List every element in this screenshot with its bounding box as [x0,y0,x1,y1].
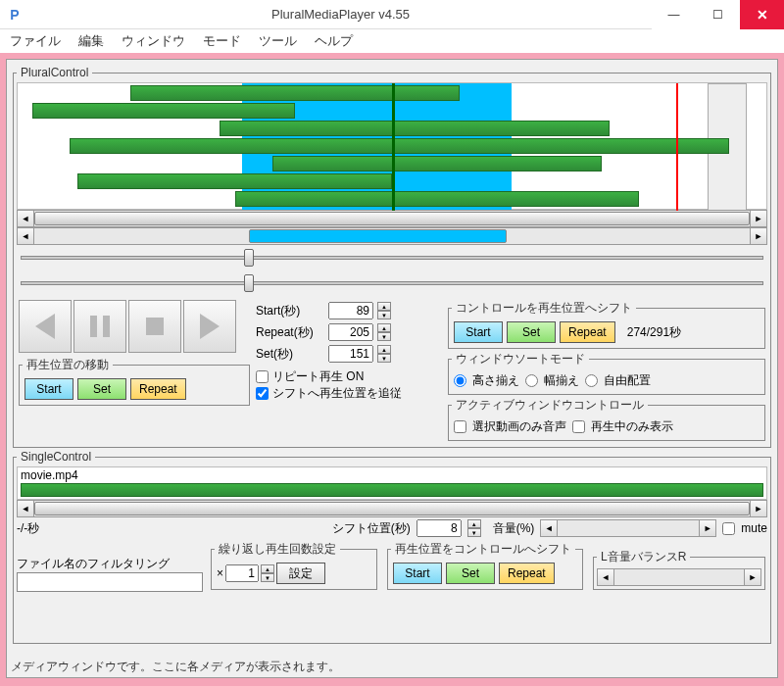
plural-slider-2[interactable] [17,270,767,296]
track-bar[interactable] [70,138,728,154]
repeat-label: Repeat(秒) [256,324,324,341]
sort-mode-group: ウィンドウソートモード 高さ揃え 幅揃え 自由配置 [448,351,765,395]
repeat-count-input[interactable] [225,564,259,582]
sort-free-radio[interactable] [585,374,598,387]
single-progress[interactable] [21,483,763,497]
svg-rect-1 [90,316,97,337]
mute-checkbox[interactable] [722,522,735,535]
repeat-on-label: リピート再生 ON [272,368,364,385]
close-button[interactable]: ✕ [740,0,784,29]
move-start-button[interactable]: Start [24,378,74,400]
single-control-group: SingleControl movie.mp4 ◄ ► -/-秒 シフト位置(秒… [13,450,771,644]
active-legend: アクティブウィンドウコントロール [452,397,648,414]
scroll-left-icon[interactable]: ◄ [17,500,34,517]
move-position-group: 再生位置の移動 Start Set Repeat [19,357,250,406]
repeat-spinner[interactable]: ▲▼ [377,323,391,341]
menu-tool[interactable]: ツール [259,32,297,50]
plural-timeline[interactable] [17,82,767,210]
volume-label: 音量(%) [493,520,535,537]
track-bar[interactable] [77,173,392,189]
shift-follow-label: シフトへ再生位置を追従 [272,385,402,402]
repeat-on-checkbox[interactable] [256,370,269,383]
maximize-button[interactable]: ☐ [696,0,740,29]
repeat-input[interactable] [328,323,373,341]
start-spinner[interactable]: ▲▼ [377,302,391,319]
end-marker [676,83,678,211]
scroll-right-icon[interactable]: ► [750,500,767,517]
active-audio-checkbox[interactable] [454,420,466,433]
balance-group: L音量バランスR ◄► [593,549,765,590]
single-start-button[interactable]: Start [393,563,442,584]
track-bar[interactable] [220,121,609,136]
plural-slider-1[interactable] [17,245,767,270]
move-repeat-button[interactable]: Repeat [130,378,186,400]
next-button[interactable] [183,300,236,353]
shift-pos-input[interactable] [416,519,462,537]
menu-file[interactable]: ファイル [10,32,61,50]
set-spinner[interactable]: ▲▼ [377,345,391,363]
scroll-left-icon[interactable]: ◄ [17,210,34,227]
menu-help[interactable]: ヘルプ [315,32,353,50]
sort-height-radio[interactable] [454,374,466,387]
track-bar[interactable] [272,156,602,172]
filter-input[interactable] [17,572,203,592]
app-icon: P [0,7,29,23]
balance-label: L音量バランスR [597,549,690,565]
svg-rect-3 [146,318,164,335]
set-input[interactable] [328,345,373,363]
window-title: PluralMediaPlayer v4.55 [29,7,652,22]
single-legend: SingleControl [17,450,95,464]
svg-marker-0 [35,314,55,339]
shift-follow-checkbox[interactable] [256,387,269,400]
start-label: Start(秒) [256,303,324,319]
shift-pos-label: シフト位置(秒) [332,520,411,537]
mute-label: mute [741,521,767,535]
shift-pos-spinner[interactable]: ▲▼ [467,519,481,537]
move-legend: 再生位置の移動 [23,357,113,373]
sort-width-radio[interactable] [525,374,538,387]
plural-control-group: PluralControl ◄ ► ◄ ► [13,66,771,448]
svg-marker-4 [200,314,220,339]
shift-set-button[interactable]: Set [507,321,556,343]
active-playing-checkbox[interactable] [572,420,585,433]
stop-button[interactable] [128,300,181,353]
single-repeat-button[interactable]: Repeat [499,563,555,584]
plural-hscroll-1[interactable]: ◄ ► [17,210,767,227]
balance-scroll[interactable]: ◄► [597,568,761,586]
menu-window[interactable]: ウィンドウ [122,32,185,50]
menu-mode[interactable]: モード [203,32,241,50]
single-set-button[interactable]: Set [446,563,495,584]
single-hscroll[interactable]: ◄ ► [17,500,767,517]
single-timeline[interactable]: movie.mp4 [17,466,767,500]
scroll-left-icon[interactable]: ◄ [17,227,34,245]
scroll-right-icon[interactable]: ► [750,227,767,245]
scroll-right-icon[interactable]: ► [750,210,767,227]
plural-hscroll-2[interactable]: ◄ ► [17,227,767,245]
track-bar[interactable] [235,191,640,207]
set-label: Set(秒) [256,346,324,363]
svg-rect-2 [103,316,110,337]
menubar: ファイル 編集 ウィンドウ モード ツール ヘルプ [0,29,784,53]
menu-edit[interactable]: 編集 [78,32,104,50]
repeat-count-set-button[interactable]: 設定 [276,563,325,584]
filter-label: ファイル名のフィルタリング [17,556,203,572]
start-input[interactable] [328,302,373,319]
move-set-button[interactable]: Set [77,378,126,400]
single-time: -/-秒 [17,520,75,537]
pause-button[interactable] [74,300,126,353]
minimize-button[interactable]: — [652,0,696,29]
prev-button[interactable] [19,300,72,353]
track-bar[interactable] [32,103,294,119]
shift-start-button[interactable]: Start [454,321,503,343]
plural-legend: PluralControl [17,66,92,79]
track-bar[interactable] [130,85,460,101]
repeat-count-spinner[interactable]: ▲▼ [261,564,274,582]
single-shift-group: 再生位置をコントロールへシフト Start Set Repeat [387,541,583,590]
repeat-count-label: 繰り返し再生回数設定 [215,541,340,558]
volume-scroll[interactable]: ◄► [540,519,716,537]
playhead[interactable] [392,83,395,211]
shift-repeat-button[interactable]: Repeat [560,321,615,343]
time-display: 274/291秒 [627,324,681,341]
status-bar: メディアウィンドウです。ここに各メディアが表示されます。 [11,659,340,675]
active-window-group: アクティブウィンドウコントロール 選択動画のみ音声 再生中のみ表示 [448,397,765,441]
